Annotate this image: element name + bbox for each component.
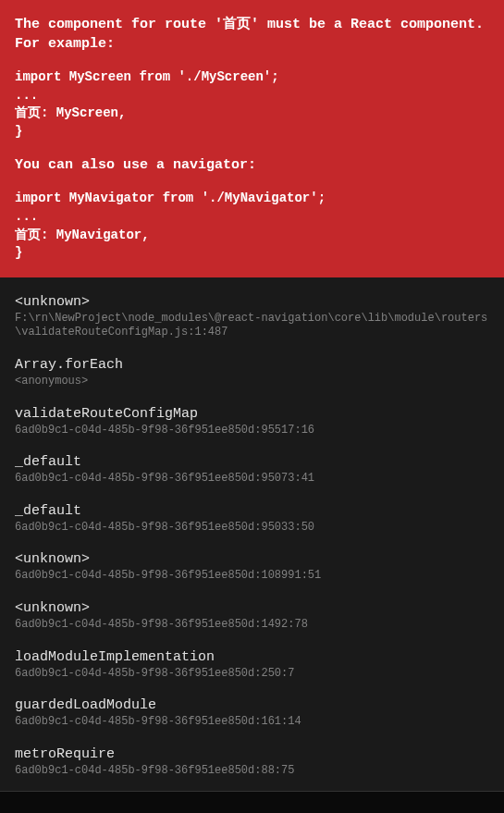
stack-method: _default bbox=[15, 452, 489, 472]
stack-trace-container: <unknown> F:\rn\NewProject\node_modules\… bbox=[0, 277, 504, 808]
stack-method: <unknown> bbox=[15, 292, 489, 312]
stack-method: loadModuleImplementation bbox=[15, 647, 489, 667]
stack-location: 6ad0b9c1-c04d-485b-9f98-36f951ee850d:149… bbox=[15, 618, 489, 633]
error-header: The component for route '首页' must be a R… bbox=[0, 0, 504, 277]
stack-location: 6ad0b9c1-c04d-485b-9f98-36f951ee850d:955… bbox=[15, 424, 489, 438]
stack-frame[interactable]: _default 6ad0b9c1-c04d-485b-9f98-36f951e… bbox=[15, 452, 489, 487]
error-message-alternative: You can also use a navigator: bbox=[15, 155, 489, 175]
stack-location: 6ad0b9c1-c04d-485b-9f98-36f951ee850d:108… bbox=[15, 569, 489, 584]
stack-method: <unknown> bbox=[15, 549, 489, 569]
stack-frame[interactable]: <unknown> F:\rn\NewProject\node_modules\… bbox=[15, 292, 489, 340]
stack-method: metroRequire bbox=[15, 745, 489, 764]
stack-method: Array.forEach bbox=[15, 355, 489, 375]
stack-method: validateRouteConfigMap bbox=[15, 404, 489, 424]
stack-frame[interactable]: <unknown> 6ad0b9c1-c04d-485b-9f98-36f951… bbox=[15, 598, 489, 633]
stack-location: 6ad0b9c1-c04d-485b-9f98-36f951ee850d:950… bbox=[15, 472, 489, 487]
stack-frame[interactable]: guardedLoadModule 6ad0b9c1-c04d-485b-9f9… bbox=[15, 696, 489, 730]
stack-frame[interactable]: Array.forEach <anonymous> bbox=[15, 355, 489, 389]
stack-method: guardedLoadModule bbox=[15, 696, 489, 715]
stack-method: _default bbox=[15, 501, 489, 521]
stack-frame[interactable]: <unknown> 6ad0b9c1-c04d-485b-9f98-36f951… bbox=[15, 549, 489, 584]
error-title: The component for route '首页' must be a R… bbox=[15, 15, 489, 54]
stack-location: <anonymous> bbox=[15, 375, 489, 389]
stack-frame[interactable]: _default 6ad0b9c1-c04d-485b-9f98-36f951e… bbox=[15, 501, 489, 536]
bottom-bar bbox=[0, 791, 504, 813]
stack-location: 6ad0b9c1-c04d-485b-9f98-36f951ee850d:161… bbox=[15, 715, 489, 730]
stack-location: F:\rn\NewProject\node_modules\@react-nav… bbox=[15, 312, 489, 340]
stack-frame[interactable]: validateRouteConfigMap 6ad0b9c1-c04d-485… bbox=[15, 404, 489, 438]
stack-frame[interactable]: loadModuleImplementation 6ad0b9c1-c04d-4… bbox=[15, 647, 489, 682]
stack-location: 6ad0b9c1-c04d-485b-9f98-36f951ee850d:88:… bbox=[15, 764, 489, 779]
stack-method: <unknown> bbox=[15, 598, 489, 618]
stack-location: 6ad0b9c1-c04d-485b-9f98-36f951ee850d:950… bbox=[15, 521, 489, 536]
error-code-example-1: import MyScreen from './MyScreen'; ... 首… bbox=[15, 68, 489, 141]
stack-frame[interactable]: metroRequire 6ad0b9c1-c04d-485b-9f98-36f… bbox=[15, 745, 489, 779]
error-code-example-2: import MyNavigator from './MyNavigator';… bbox=[15, 190, 489, 262]
stack-location: 6ad0b9c1-c04d-485b-9f98-36f951ee850d:250… bbox=[15, 667, 489, 682]
